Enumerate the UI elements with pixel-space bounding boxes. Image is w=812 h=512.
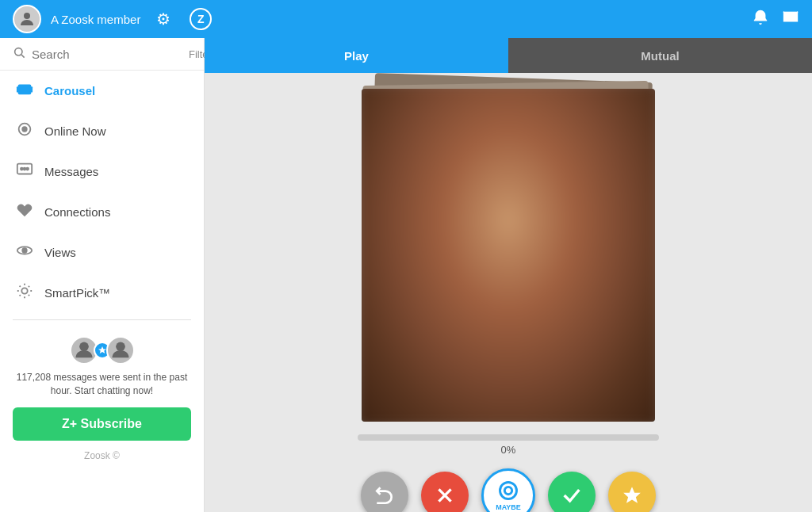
action-buttons: MAYBE — [361, 468, 656, 512]
messages-icon — [16, 161, 33, 182]
sidebar-promo: 117,208 messages were sent in the past h… — [0, 327, 204, 477]
sidebar-item-carousel[interactable]: Carousel — [0, 71, 204, 111]
header-username: A Zoosk member — [51, 13, 140, 26]
progress-bar-bg — [358, 434, 659, 441]
sidebar: Filter Carousel Online Now — [0, 38, 205, 512]
zoosk-z-icon[interactable]: Z — [190, 8, 212, 30]
sidebar-item-connections[interactable]: Connections — [0, 192, 204, 232]
messages-label: Messages — [44, 165, 98, 178]
undo-button[interactable] — [361, 472, 408, 512]
content-area: Play Mutual 0% — [205, 38, 812, 512]
svg-point-10 — [22, 127, 27, 132]
subscribe-button[interactable]: Z+ Subscribe — [13, 407, 191, 441]
search-icon — [13, 46, 25, 62]
svg-point-22 — [500, 483, 517, 499]
sidebar-nav: Carousel Online Now Messages Connections — [0, 71, 204, 313]
tab-mutual[interactable]: Mutual — [508, 38, 812, 73]
header-left: A Zoosk member ⚙ Z — [13, 5, 752, 33]
maybe-label: MAYBE — [496, 503, 521, 511]
sidebar-item-online-now[interactable]: Online Now — [0, 111, 204, 151]
carousel-area: 0% MAYBE — [205, 73, 812, 512]
profile-card[interactable] — [362, 89, 655, 422]
online-now-icon — [16, 120, 33, 142]
tab-play[interactable]: Play — [205, 38, 508, 73]
promo-text: 117,208 messages were sent in the past h… — [13, 371, 191, 398]
svg-point-12 — [21, 168, 23, 170]
views-label: Views — [44, 246, 76, 259]
svg-point-17 — [21, 288, 27, 293]
svg-point-14 — [26, 168, 29, 170]
progress-container: 0% — [358, 434, 659, 456]
svg-rect-6 — [18, 85, 32, 95]
notifications-icon[interactable] — [752, 9, 769, 30]
svg-point-23 — [504, 487, 511, 494]
carousel-icon — [16, 80, 33, 101]
svg-point-19 — [116, 342, 125, 352]
search-input[interactable] — [32, 48, 182, 61]
svg-rect-8 — [29, 86, 33, 92]
svg-point-16 — [22, 248, 27, 253]
online-now-label: Online Now — [44, 124, 106, 138]
promo-avatar-2 — [106, 336, 135, 365]
smartpick-label: SmartPick™ — [44, 286, 110, 300]
super-like-button[interactable] — [608, 472, 656, 512]
sidebar-item-smartpick[interactable]: SmartPick™ — [0, 273, 204, 313]
progress-label: 0% — [501, 444, 516, 456]
views-icon — [16, 242, 33, 263]
sidebar-footer: Zoosk © — [13, 450, 191, 468]
promo-avatars — [13, 336, 191, 365]
header-right-icons — [752, 9, 799, 30]
tabs: Play Mutual — [205, 38, 812, 73]
svg-line-2 — [21, 55, 25, 58]
app-header: A Zoosk member ⚙ Z — [0, 0, 812, 38]
svg-rect-7 — [17, 86, 20, 92]
svg-point-18 — [79, 342, 89, 352]
sidebar-item-views[interactable]: Views — [0, 232, 204, 273]
maybe-button[interactable]: MAYBE — [481, 468, 535, 512]
sidebar-divider — [13, 319, 191, 320]
profile-photo — [362, 89, 655, 422]
avatar[interactable] — [13, 5, 41, 33]
gear-icon[interactable]: ⚙ — [156, 10, 170, 29]
connections-label: Connections — [44, 205, 110, 219]
sidebar-item-messages[interactable]: Messages — [0, 151, 204, 192]
svg-point-13 — [24, 168, 26, 170]
carousel-label: Carousel — [44, 84, 95, 97]
svg-point-1 — [15, 48, 22, 55]
messages-header-icon[interactable] — [782, 9, 799, 30]
main-layout: Filter Carousel Online Now — [0, 38, 812, 512]
smartpick-icon — [16, 282, 33, 304]
nope-button[interactable] — [421, 472, 469, 512]
yes-button[interactable] — [548, 472, 596, 512]
card-stack — [358, 89, 659, 422]
svg-marker-24 — [623, 487, 641, 503]
connections-icon — [16, 201, 33, 223]
svg-point-0 — [24, 13, 30, 19]
search-bar: Filter — [0, 38, 204, 71]
